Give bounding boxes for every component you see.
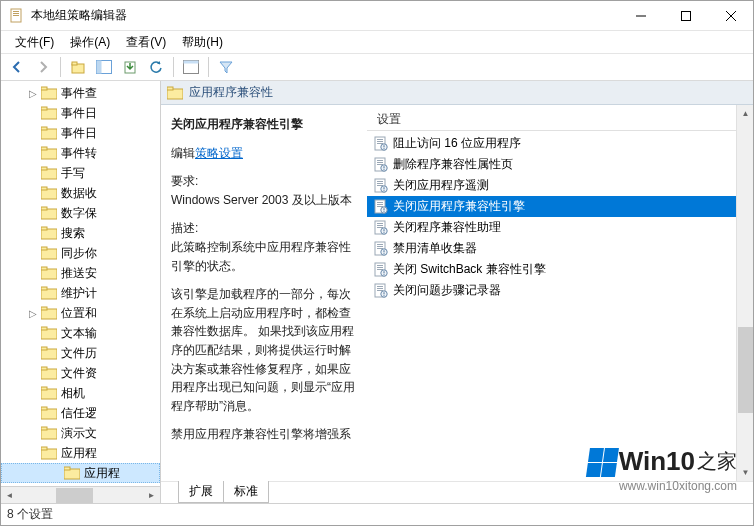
svg-rect-79 [377,202,383,203]
svg-rect-69 [383,166,384,168]
expand-toggle-icon[interactable]: ▷ [27,87,39,99]
menu-action[interactable]: 操作(A) [62,32,118,53]
selected-policy-title: 关闭应用程序兼容性引擎 [171,115,357,134]
tree-item[interactable]: 同步你 [1,243,160,263]
maximize-button[interactable] [663,1,708,31]
svg-rect-20 [41,127,47,130]
status-text: 8 个设置 [7,506,53,523]
setting-item[interactable]: 禁用清单收集器 [367,238,736,259]
tree-item-label: 事件查 [61,85,97,102]
svg-rect-63 [383,147,384,148]
setting-item[interactable]: 关闭应用程序遥测 [367,175,736,196]
tree-item[interactable]: 演示文 [1,423,160,443]
tree-list[interactable]: ▷事件查事件日事件日事件转手写数据收数字保搜索同步你推送安维护计▷位置和文本输文… [1,81,160,483]
svg-rect-104 [383,271,384,273]
policy-icon [373,157,389,173]
tree-item[interactable]: 应用程 [1,463,160,483]
properties-button[interactable] [179,55,203,79]
back-button[interactable] [5,55,29,79]
policy-icon [373,136,389,152]
tree-item[interactable]: 应用程 [1,443,160,463]
tree-item-label: 信任逻 [61,405,97,422]
setting-item[interactable]: 关闭 SwitchBack 兼容性引擎 [367,259,736,280]
menu-view[interactable]: 查看(V) [118,32,174,53]
edit-policy-link[interactable]: 策略设置 [195,146,243,160]
svg-rect-5 [681,11,690,20]
tree-item[interactable]: 文件历 [1,343,160,363]
scroll-down-button[interactable]: ▼ [737,464,753,481]
settings-list[interactable]: 阻止访问 16 位应用程序删除程序兼容性属性页关闭应用程序遥测关闭应用程序兼容性… [367,133,736,301]
expand-toggle-icon[interactable]: ▷ [27,307,39,319]
tree-item[interactable]: 手写 [1,163,160,183]
tree-item[interactable]: ▷事件查 [1,83,160,103]
filter-button[interactable] [214,55,238,79]
menu-file[interactable]: 文件(F) [7,32,62,53]
tree-item[interactable]: 相机 [1,383,160,403]
svg-rect-93 [377,244,383,245]
settings-column-header[interactable]: 设置 [367,111,736,131]
minimize-button[interactable] [618,1,663,31]
folder-icon [41,306,57,320]
tab-extended[interactable]: 扩展 [178,481,224,503]
menu-help[interactable]: 帮助(H) [174,32,231,53]
folder-icon [41,426,57,440]
tree-item[interactable]: 信任逻 [1,403,160,423]
close-button[interactable] [708,1,753,31]
setting-label: 关闭应用程序遥测 [393,177,489,194]
tree-item[interactable]: 数字保 [1,203,160,223]
tree-item-label: 维护计 [61,285,97,302]
setting-label: 删除程序兼容性属性页 [393,156,513,173]
tree-item-label: 位置和 [61,305,97,322]
svg-rect-48 [41,407,47,410]
setting-label: 关闭程序兼容性助理 [393,219,501,236]
setting-item[interactable]: 阻止访问 16 位应用程序 [367,133,736,154]
refresh-button[interactable] [144,55,168,79]
folder-icon [167,86,183,100]
scroll-up-button[interactable]: ▲ [737,105,753,122]
horizontal-scrollbar[interactable]: ◄ ► [1,486,160,503]
folder-icon [41,266,57,280]
details-title: 应用程序兼容性 [189,84,273,101]
details-pane: 应用程序兼容性 关闭应用程序兼容性引擎 编辑策略设置 要求: Windows S… [161,81,753,503]
tree-item-label: 事件日 [61,105,97,122]
tab-standard[interactable]: 标准 [223,481,269,503]
description-p3: 禁用应用程序兼容性引擎将增强系 [171,425,357,444]
setting-item[interactable]: 关闭问题步骤记录器 [367,280,736,301]
tree-item[interactable]: 事件转 [1,143,160,163]
setting-item[interactable]: 关闭程序兼容性助理 [367,217,736,238]
forward-button[interactable] [31,55,55,79]
tree-item-label: 文本输 [61,325,97,342]
tree-item[interactable]: 文本输 [1,323,160,343]
setting-label: 关闭 SwitchBack 兼容性引擎 [393,261,546,278]
up-button[interactable] [66,55,90,79]
svg-rect-38 [41,307,47,310]
tree-item[interactable]: 搜索 [1,223,160,243]
setting-item[interactable]: 关闭应用程序兼容性引擎 [367,196,736,217]
export-button[interactable] [118,55,142,79]
tree-item[interactable]: 维护计 [1,283,160,303]
scroll-left-button[interactable]: ◄ [1,487,18,504]
folder-icon [41,126,57,140]
tree-item[interactable]: 数据收 [1,183,160,203]
svg-rect-58 [377,139,383,140]
setting-item[interactable]: 删除程序兼容性属性页 [367,154,736,175]
svg-rect-32 [41,247,47,250]
tree-item[interactable]: 文件资 [1,363,160,383]
tree-item[interactable]: 事件日 [1,103,160,123]
svg-rect-97 [383,250,384,252]
folder-icon [41,246,57,260]
folder-icon [41,326,57,340]
tree-item[interactable]: 事件日 [1,123,160,143]
tree-item[interactable]: 推送安 [1,263,160,283]
vertical-scrollbar[interactable]: ▲ ▼ [736,105,753,481]
policy-icon [373,241,389,257]
status-bar: 8 个设置 [1,503,753,525]
tree-item-label: 事件转 [61,145,97,162]
svg-rect-94 [377,246,383,247]
svg-rect-66 [377,162,383,163]
tree-item[interactable]: ▷位置和 [1,303,160,323]
scroll-right-button[interactable]: ► [143,487,160,504]
svg-rect-105 [383,273,384,274]
svg-rect-107 [377,286,383,287]
show-hide-tree-button[interactable] [92,55,116,79]
